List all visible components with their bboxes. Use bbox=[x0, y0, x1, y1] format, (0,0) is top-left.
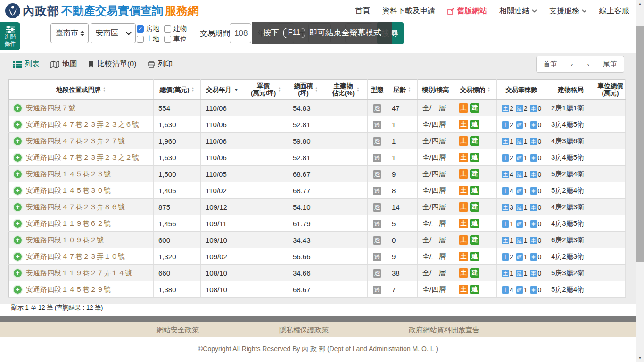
expand-row-icon[interactable]: + bbox=[14, 187, 22, 195]
area-cell: 34.66 bbox=[288, 265, 324, 281]
checkbox-house-land-box[interactable]: ✓ bbox=[137, 25, 144, 33]
scrollbar-thumb[interactable] bbox=[636, 26, 644, 262]
address-link[interactable]: 安通路四段１１９巷６２號 bbox=[26, 219, 111, 228]
column-header-1[interactable]: 總價(萬元)▲▼ bbox=[154, 80, 201, 100]
count-group: 建1 bbox=[516, 285, 528, 293]
count-value: 1 bbox=[524, 138, 528, 145]
sort-both-icon: ▲▼ bbox=[356, 87, 360, 92]
count-value: 0 bbox=[538, 105, 542, 112]
count-value: 0 bbox=[538, 154, 542, 162]
column-header-9[interactable]: 交易標的▲▼ bbox=[454, 80, 497, 100]
table-body: +安通路四段７號554110/0654.83透47全/二層土建土2建2車02房1… bbox=[9, 100, 626, 298]
external-link-icon bbox=[447, 8, 454, 15]
site-logo[interactable]: 內政部 不動產交易實價查詢 服務網 bbox=[0, 3, 199, 19]
address-link[interactable]: 安通路四段１０９巷２號 bbox=[26, 236, 104, 245]
column-header-3[interactable]: 單價 (萬元/坪)▲▼ bbox=[244, 80, 288, 100]
expand-row-icon[interactable]: + bbox=[14, 104, 22, 112]
counts-cell: 土1建1車0 bbox=[497, 133, 546, 149]
expand-row-icon[interactable]: + bbox=[14, 203, 22, 211]
expand-row-icon[interactable]: + bbox=[14, 236, 22, 244]
count-badge: 車 bbox=[530, 253, 537, 261]
nav-item-support-services[interactable]: 支援服務 bbox=[549, 6, 587, 16]
view-print[interactable]: 列印 bbox=[147, 59, 173, 69]
target-badge-land: 土 bbox=[459, 186, 468, 195]
parking-price-cell bbox=[595, 265, 626, 281]
floor-cell: 全/四層 bbox=[418, 281, 454, 298]
pagination-prev-button[interactable]: ‹ bbox=[564, 56, 580, 73]
column-header-2[interactable]: 交易年月▼ bbox=[201, 80, 244, 100]
view-map[interactable]: 地圖 bbox=[50, 59, 77, 69]
checkbox-parking[interactable]: 車位 bbox=[164, 35, 191, 43]
count-value: 0 bbox=[538, 270, 542, 277]
page-scrollbar[interactable]: ▲ ▼ bbox=[636, 0, 644, 362]
view-list[interactable]: 列表 bbox=[13, 59, 40, 69]
scrollbar-down-arrow[interactable]: ▼ bbox=[636, 354, 644, 362]
unit-price-cell bbox=[244, 281, 288, 298]
type-cell: 透 bbox=[368, 199, 387, 215]
address-link[interactable]: 安通路四段４７巷２３弄２７號 bbox=[26, 137, 125, 146]
nav-item-related-links[interactable]: 相關連結 bbox=[499, 6, 537, 16]
pagination-last-button[interactable]: 尾筆 bbox=[596, 56, 624, 73]
checkbox-building-box[interactable] bbox=[164, 25, 171, 33]
expand-row-icon[interactable]: + bbox=[14, 253, 22, 261]
chevron-down-icon bbox=[582, 9, 587, 13]
address-link[interactable]: 安通路四段１４５巷３０號 bbox=[26, 186, 111, 195]
view-compare[interactable]: 比較清單(0) bbox=[88, 59, 137, 69]
pagination-next-button[interactable]: › bbox=[580, 56, 596, 73]
view-print-label: 列印 bbox=[158, 59, 173, 69]
footer-link-privacy-policy[interactable]: 隱私權保護政策 bbox=[279, 326, 329, 335]
address-link[interactable]: 安通路四段７號 bbox=[26, 104, 75, 113]
address-link[interactable]: 安通路四段４７巷２３弄８６號 bbox=[26, 203, 125, 212]
logo-agency-text: 內政部 bbox=[23, 3, 59, 19]
age-cell: 38 bbox=[387, 265, 418, 281]
targets-cell: 土建 bbox=[454, 100, 497, 116]
city-select[interactable]: 臺南市 bbox=[50, 23, 89, 43]
count-value: 4 bbox=[510, 286, 513, 294]
address-link[interactable]: 安通路四段１４５巷２９號 bbox=[26, 285, 111, 294]
expand-row-icon[interactable]: + bbox=[14, 220, 22, 228]
column-header-5[interactable]: 主建物 佔比(%)▲▼ bbox=[324, 80, 368, 100]
expand-row-icon[interactable]: + bbox=[14, 137, 22, 145]
column-header-4[interactable]: 總面積 (坪)▲▼ bbox=[288, 80, 324, 100]
column-header-0[interactable]: 地段位置或門牌▲▼ bbox=[9, 80, 154, 100]
table-row: +安通路四段１１９巷２７弄１４號660108/1034.66透38全/二層土建土… bbox=[9, 265, 626, 281]
district-select[interactable]: 安南區 bbox=[91, 23, 136, 43]
count-badge: 土 bbox=[502, 121, 509, 129]
checkbox-parking-box[interactable] bbox=[164, 36, 171, 43]
unit-price-cell bbox=[244, 166, 288, 182]
checkbox-land-box[interactable] bbox=[137, 36, 144, 43]
expand-row-icon[interactable]: + bbox=[14, 170, 22, 178]
nav-item-online-service[interactable]: 線上客服 bbox=[599, 6, 629, 16]
address-link[interactable]: 安通路四段４７巷２３弄２３之６號 bbox=[26, 120, 139, 129]
address-link[interactable]: 安通路四段１４５巷２３號 bbox=[26, 170, 111, 179]
checkbox-house-land[interactable]: ✓房地 bbox=[137, 25, 164, 33]
advanced-filter-button[interactable]: 進階 條件 bbox=[0, 22, 20, 50]
type-cell: 透 bbox=[368, 149, 387, 166]
expand-row-icon[interactable]: + bbox=[14, 269, 22, 277]
targets-cell: 土建 bbox=[454, 199, 497, 215]
address-link[interactable]: 安通路四段４７巷２３弄２３之２號 bbox=[26, 153, 139, 162]
address-link[interactable]: 安通路四段１１９巷２７弄１４號 bbox=[26, 269, 132, 278]
checkbox-land[interactable]: 土地 bbox=[137, 35, 164, 43]
address-link[interactable]: 安通路四段４７巷２３弄１０號 bbox=[26, 252, 125, 261]
target-badge-land: 土 bbox=[459, 136, 468, 146]
nav-item-downloads[interactable]: 資料下載及申請 bbox=[382, 6, 435, 16]
footer-link-open-data[interactable]: 政府網站資料開放宣告 bbox=[409, 326, 479, 335]
pagination-first-button[interactable]: 首筆 bbox=[536, 56, 564, 73]
column-header-0-label: 地段位置或門牌 bbox=[56, 86, 101, 93]
main-ratio-cell bbox=[324, 182, 368, 199]
expand-row-icon[interactable]: + bbox=[14, 154, 22, 162]
checkbox-building[interactable]: 建物 bbox=[164, 25, 191, 33]
scrollbar-up-arrow[interactable]: ▲ bbox=[636, 0, 644, 8]
footer-link-security-policy[interactable]: 網站安全政策 bbox=[157, 326, 199, 335]
column-header-7[interactable]: 屋齡▲▼ bbox=[387, 80, 418, 100]
nav-item-old-site[interactable]: 舊版網站 bbox=[447, 6, 487, 16]
total-price-cell: 1,380 bbox=[154, 281, 201, 298]
nav-item-home[interactable]: 首頁 bbox=[355, 6, 370, 16]
count-value: 1 bbox=[524, 220, 528, 228]
count-group: 車0 bbox=[530, 203, 542, 211]
main-ratio-cell bbox=[324, 133, 368, 149]
expand-row-icon[interactable]: + bbox=[14, 121, 22, 129]
year-from-input[interactable] bbox=[230, 23, 251, 43]
expand-row-icon[interactable]: + bbox=[14, 286, 22, 294]
